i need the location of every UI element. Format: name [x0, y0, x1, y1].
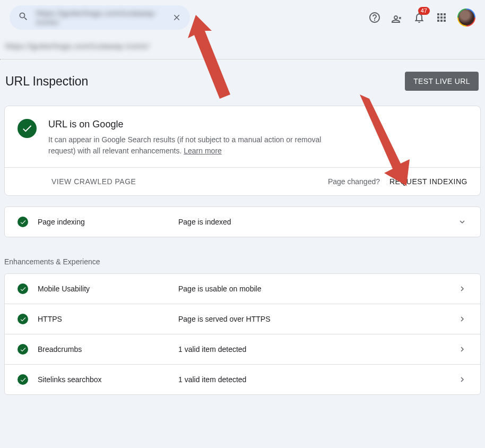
search-input-value[interactable]: https://gutterhogs.com/cutaway-ironic/: [36, 8, 164, 27]
row-value: Page is usable on mobile: [178, 285, 457, 293]
row-label: Breadcrumbs: [38, 345, 178, 354]
status-card: URL is on Google It can appear in Google…: [4, 106, 481, 196]
chevron-right-icon: [457, 283, 467, 294]
clear-search-button[interactable]: [172, 13, 181, 22]
enhancement-row-sitelinks[interactable]: Sitelinks searchbox 1 valid item detecte…: [5, 364, 480, 394]
row-label: Sitelinks searchbox: [38, 375, 178, 384]
notifications-icon[interactable]: 47: [413, 11, 426, 24]
check-icon: [18, 217, 28, 227]
row-label: Page indexing: [38, 218, 178, 226]
help-icon[interactable]: [368, 11, 381, 24]
chevron-right-icon: [457, 374, 467, 385]
row-value: Page is indexed: [178, 218, 457, 226]
enhancements-card: Mobile Usability Page is usable on mobil…: [4, 273, 481, 395]
breadcrumb: https://gutterhogs.com/cutaway-ironic/: [0, 35, 485, 59]
search-bar[interactable]: https://gutterhogs.com/cutaway-ironic/: [10, 5, 190, 30]
enhancement-row-https[interactable]: HTTPS Page is served over HTTPS: [5, 304, 480, 334]
apps-icon[interactable]: [435, 11, 448, 24]
check-icon: [18, 374, 28, 385]
check-icon: [18, 344, 28, 355]
test-live-url-button[interactable]: TEST LIVE URL: [405, 72, 479, 91]
avatar[interactable]: [457, 8, 475, 27]
enhancement-row-mobile[interactable]: Mobile Usability Page is usable on mobil…: [5, 274, 480, 304]
status-success-icon: [18, 119, 37, 138]
chevron-right-icon: [457, 344, 467, 355]
row-label: Mobile Usability: [38, 285, 178, 293]
check-icon: [18, 314, 28, 324]
row-label: HTTPS: [38, 315, 178, 323]
chevron-down-icon: [457, 217, 467, 227]
learn-more-link[interactable]: Learn more: [184, 147, 222, 155]
header-actions: 47: [368, 8, 475, 27]
header: https://gutterhogs.com/cutaway-ironic/ 4…: [0, 0, 485, 35]
enhancements-heading: Enhancements & Experience: [0, 242, 485, 268]
page-changed-label: Page changed?: [328, 177, 380, 186]
request-indexing-button[interactable]: REQUEST INDEXING: [389, 177, 467, 186]
row-value: 1 valid item detected: [178, 345, 457, 354]
status-heading: URL is on Google: [48, 119, 345, 130]
status-description: It can appear in Google Search results (…: [48, 134, 345, 157]
check-icon: [18, 283, 28, 294]
search-icon: [18, 11, 29, 24]
row-value: Page is served over HTTPS: [178, 315, 457, 323]
row-value: 1 valid item detected: [178, 375, 457, 384]
page-indexing-card: Page indexing Page is indexed: [4, 206, 481, 237]
page-title: URL Inspection: [5, 74, 88, 89]
page-indexing-row[interactable]: Page indexing Page is indexed: [5, 207, 480, 237]
notifications-badge: 47: [418, 7, 430, 15]
view-crawled-page-button[interactable]: VIEW CRAWLED PAGE: [51, 177, 136, 186]
settings-user-icon[interactable]: [391, 11, 403, 24]
chevron-right-icon: [457, 314, 467, 324]
enhancement-row-breadcrumbs[interactable]: Breadcrumbs 1 valid item detected: [5, 334, 480, 364]
